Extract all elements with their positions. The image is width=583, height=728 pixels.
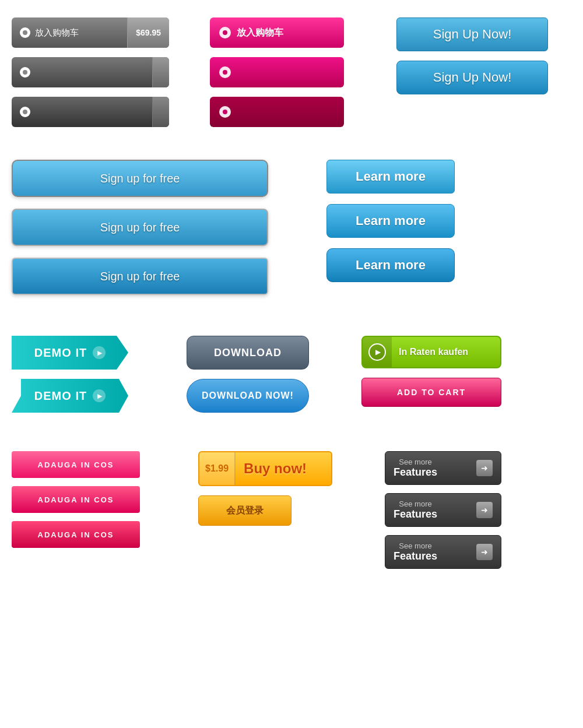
free-button-3[interactable]: Sign up for free bbox=[12, 258, 268, 295]
learn-button-2[interactable]: Learn more bbox=[326, 204, 455, 238]
signup-button-1[interactable]: Sign Up Now! bbox=[396, 17, 548, 51]
raten-play-icon bbox=[363, 337, 392, 367]
pink-button-1[interactable]: 放入购物车 bbox=[210, 17, 344, 48]
cart-price-1: $69.95 bbox=[127, 17, 169, 48]
pink-button-2[interactable] bbox=[210, 57, 344, 87]
buy-now-label: Buy now! bbox=[236, 460, 315, 477]
cart-price-3 bbox=[152, 97, 169, 127]
demo-button-1[interactable]: DEMO IT bbox=[12, 336, 128, 370]
seemore-bottom-1: Features bbox=[394, 466, 437, 479]
signup-button-2[interactable]: Sign Up Now! bbox=[396, 61, 548, 94]
adauga-label-2: ADAUGA IN COS bbox=[38, 495, 114, 504]
adauga-button-3[interactable]: ADAUGA IN COS bbox=[12, 521, 140, 548]
signup-label-1: Sign Up Now! bbox=[433, 27, 512, 42]
buy-now-button[interactable]: $1.99 Buy now! bbox=[198, 451, 332, 486]
add-cart-button[interactable]: ADD TO CART bbox=[361, 378, 501, 407]
download-now-label: DOWNLOAD NOW! bbox=[202, 391, 294, 401]
seemore-top-3: See more bbox=[394, 541, 437, 550]
buy-price: $1.99 bbox=[199, 452, 236, 485]
cart-icon-3 bbox=[20, 107, 30, 117]
seemore-text-3: See more Features bbox=[394, 541, 437, 562]
free-label-3: Sign up for free bbox=[100, 270, 180, 283]
seemore-arrow-1: ➜ bbox=[476, 460, 493, 476]
adauga-button-2[interactable]: ADAUGA IN COS bbox=[12, 486, 140, 513]
member-login-button[interactable]: 会员登录 bbox=[198, 495, 292, 526]
pink-button-3[interactable] bbox=[210, 97, 344, 127]
pink-icon-3 bbox=[219, 106, 231, 118]
seemore-top-1: See more bbox=[394, 458, 437, 466]
adauga-label-1: ADAUGA IN COS bbox=[38, 460, 114, 469]
download-label-1: DOWNLOAD bbox=[214, 347, 282, 359]
learn-button-3[interactable]: Learn more bbox=[326, 248, 455, 282]
download-button-1[interactable]: DOWNLOAD bbox=[187, 336, 309, 370]
seemore-arrow-2: ➜ bbox=[476, 502, 493, 518]
seemore-button-2[interactable]: See more Features ➜ bbox=[385, 493, 501, 527]
signup-label-2: Sign Up Now! bbox=[433, 70, 512, 85]
free-label-1: Sign up for free bbox=[100, 172, 180, 185]
seemore-text-2: See more Features bbox=[394, 500, 437, 520]
seemore-bottom-3: Features bbox=[394, 550, 437, 562]
learn-label-1: Learn more bbox=[356, 169, 426, 184]
pink-label-1: 放入购物车 bbox=[237, 27, 283, 39]
download-now-button[interactable]: DOWNLOAD NOW! bbox=[187, 379, 309, 413]
learn-label-3: Learn more bbox=[356, 258, 426, 273]
pink-icon-1 bbox=[219, 27, 231, 38]
demo-play-icon-2 bbox=[93, 389, 106, 402]
cart-button-2[interactable] bbox=[12, 57, 169, 87]
learn-label-2: Learn more bbox=[356, 213, 426, 228]
demo-button-2[interactable]: DEMO IT bbox=[12, 379, 128, 413]
free-button-1[interactable]: Sign up for free bbox=[12, 160, 268, 197]
adauga-button-1[interactable]: ADAUGA IN COS bbox=[12, 451, 140, 478]
cart-icon-1 bbox=[20, 27, 30, 38]
seemore-button-1[interactable]: See more Features ➜ bbox=[385, 451, 501, 485]
demo-label-1: DEMO IT bbox=[34, 346, 87, 360]
cart-button-3[interactable] bbox=[12, 97, 169, 127]
cart-label-1: 放入购物车 bbox=[35, 27, 79, 38]
free-label-2: Sign up for free bbox=[100, 221, 180, 234]
seemore-bottom-2: Features bbox=[394, 508, 437, 520]
cart-button-1[interactable]: 放入购物车 $69.95 bbox=[12, 17, 169, 48]
demo-play-icon-1 bbox=[93, 346, 106, 359]
raten-label: In Raten kaufen bbox=[392, 347, 475, 357]
learn-button-1[interactable]: Learn more bbox=[326, 160, 455, 194]
member-label: 会员登录 bbox=[226, 505, 264, 517]
adauga-label-3: ADAUGA IN COS bbox=[38, 530, 114, 539]
seemore-top-2: See more bbox=[394, 500, 437, 508]
seemore-button-3[interactable]: See more Features ➜ bbox=[385, 535, 501, 569]
pink-icon-2 bbox=[219, 66, 231, 78]
seemore-arrow-3: ➜ bbox=[476, 544, 493, 560]
raten-button[interactable]: In Raten kaufen bbox=[361, 336, 501, 368]
cart-price-2 bbox=[152, 57, 169, 87]
seemore-text-1: See more Features bbox=[394, 458, 437, 479]
free-button-2[interactable]: Sign up for free bbox=[12, 209, 268, 246]
demo-label-2: DEMO IT bbox=[34, 389, 87, 403]
add-cart-label: ADD TO CART bbox=[397, 388, 466, 397]
raten-play-circle bbox=[368, 343, 386, 361]
cart-icon-2 bbox=[20, 67, 30, 78]
